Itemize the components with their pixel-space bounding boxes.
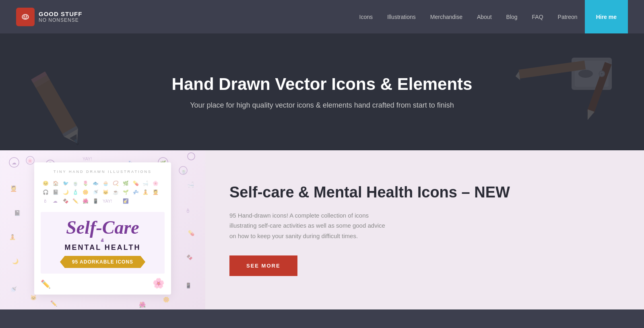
feature-text: Self-care & Mental Health Icons – NEW 95…	[205, 150, 644, 309]
svg-text:🌙: 🌙	[63, 189, 69, 195]
hero-title: Hand Drawn Vector Icons & Elements	[172, 75, 473, 94]
svg-text:🌸: 🌸	[153, 180, 159, 186]
svg-text:🕯: 🕯	[43, 198, 47, 204]
svg-text:✏️: ✏️	[50, 300, 58, 307]
svg-text:YAY!: YAY!	[83, 156, 92, 161]
logo-icon	[16, 8, 35, 26]
svg-text:🛁: 🛁	[142, 180, 149, 186]
svg-text:🧴: 🧴	[72, 189, 78, 195]
nav-illustrations[interactable]: Illustrations	[380, 0, 423, 33]
hero-subtitle: Your place for high quality vector icons…	[172, 101, 473, 110]
svg-text:🏠: 🏠	[53, 180, 59, 186]
svg-text:🧘: 🧘	[142, 189, 149, 195]
svg-text:😣: 😣	[43, 180, 49, 186]
card-ribbon: 95 ADORKABLE ICONS	[60, 256, 145, 268]
svg-text:🚿: 🚿	[93, 189, 99, 195]
svg-point-3	[24, 15, 25, 17]
feature-title: Self-care & Mental Health Icons – NEW	[229, 184, 612, 201]
nav-faq[interactable]: FAQ	[525, 0, 551, 33]
feature-image: ☁ 🌸 🎧 🌿 🍵 💆 🛁 📓 🕯 🧘 💊 🌙 🍫 🚿	[0, 150, 205, 309]
logo[interactable]: GOOD STUFF NO NONSENSE	[16, 8, 82, 26]
svg-text:YAY!: YAY!	[103, 199, 112, 203]
svg-text:💊: 💊	[133, 180, 139, 186]
see-more-button[interactable]: SEE MORE	[229, 255, 297, 276]
nav-merchandise[interactable]: Merchandise	[423, 0, 470, 33]
svg-text:🛁: 🛁	[187, 181, 194, 188]
nav-icons[interactable]: Icons	[352, 0, 380, 33]
svg-text:🌱: 🌱	[123, 189, 129, 195]
svg-text:🍫: 🍫	[63, 198, 69, 204]
svg-text:📿: 📿	[113, 180, 119, 186]
svg-text:💊: 💊	[188, 230, 195, 237]
svg-text:🚿: 🚿	[10, 286, 17, 293]
svg-text:🎧: 🎧	[43, 189, 49, 195]
svg-text:🍵: 🍵	[72, 180, 78, 186]
card-title-selfcare: Self-Care	[66, 218, 139, 237]
card-title-amp: &	[101, 238, 105, 243]
nav-blog[interactable]: Blog	[499, 0, 525, 33]
svg-text:🌠: 🌠	[123, 198, 129, 204]
svg-text:🐱: 🐱	[30, 294, 37, 301]
svg-text:🐦: 🐦	[63, 180, 69, 186]
hire-me-button[interactable]: Hire me	[585, 0, 628, 33]
svg-text:🐟: 🐟	[93, 180, 99, 186]
svg-text:📱: 📱	[93, 198, 99, 204]
svg-point-34	[188, 153, 195, 160]
main-nav: Icons Illustrations Merchandise About Bl…	[352, 0, 628, 33]
svg-text:🐱: 🐱	[103, 189, 109, 195]
svg-text:📓: 📓	[14, 210, 21, 216]
svg-text:✏️: ✏️	[72, 198, 78, 204]
svg-text:🌙: 🌙	[12, 258, 19, 265]
svg-text:📓: 📓	[53, 189, 59, 195]
newsletter-icon: M	[64, 326, 113, 328]
svg-text:🍫: 🍫	[186, 254, 193, 261]
svg-text:🌼: 🌼	[163, 296, 170, 303]
card-title-mentalhealth: MENTAL HEALTH	[65, 243, 141, 252]
svg-text:🌼: 🌼	[83, 189, 89, 195]
svg-text:🌿: 🌿	[123, 180, 129, 186]
svg-text:🍵: 🍵	[181, 168, 187, 174]
svg-text:🌷: 🌷	[83, 180, 89, 186]
svg-text:☁: ☁	[12, 160, 17, 166]
feature-section: ☁ 🌸 🎧 🌿 🍵 💆 🛁 📓 🕯 🧘 💊 🌙 🍫 🚿	[0, 150, 644, 309]
svg-text:🕯: 🕯	[185, 208, 191, 214]
svg-text:💆: 💆	[10, 185, 17, 192]
hero-section: Hand Drawn Vector Icons & Elements Your …	[0, 33, 644, 150]
card-flower-icon: 🌸	[153, 278, 165, 289]
svg-text:🌺: 🌺	[83, 198, 89, 204]
svg-text:☁: ☁	[53, 198, 58, 204]
card-doodles-grid: 😣 🏠 🐦 🍵 🌷 🐟 🧁 📿 🌿 💊 🛁 🌸 🎧 📓	[41, 178, 165, 208]
newsletter-section: M SIGN UP FOR A NEWSLETTER Get exclusive…	[0, 309, 644, 328]
svg-text:🌸: 🌸	[27, 158, 33, 164]
nav-about[interactable]: About	[470, 0, 499, 33]
svg-text:☕: ☕	[113, 189, 119, 195]
card-tiny-label: TINY HAND DRAWN ILLUSTRATIONS	[54, 170, 152, 174]
hero-content: Hand Drawn Vector Icons & Elements Your …	[172, 75, 473, 110]
nav-patreon[interactable]: Patreon	[551, 0, 585, 33]
svg-text:🧁: 🧁	[103, 180, 109, 186]
feature-description: 95 Hand-drawn icons! A complete collecti…	[229, 210, 390, 241]
svg-point-4	[26, 15, 27, 17]
card-pencil-icon: ✏️	[41, 279, 51, 289]
svg-text:🧘: 🧘	[9, 234, 16, 241]
svg-text:🌺: 🌺	[139, 301, 146, 308]
svg-text:💤: 💤	[133, 189, 139, 195]
svg-text:📱: 📱	[185, 282, 192, 289]
logo-text: GOOD STUFF NO NONSENSE	[39, 10, 82, 23]
svg-text:💆: 💆	[153, 189, 159, 195]
